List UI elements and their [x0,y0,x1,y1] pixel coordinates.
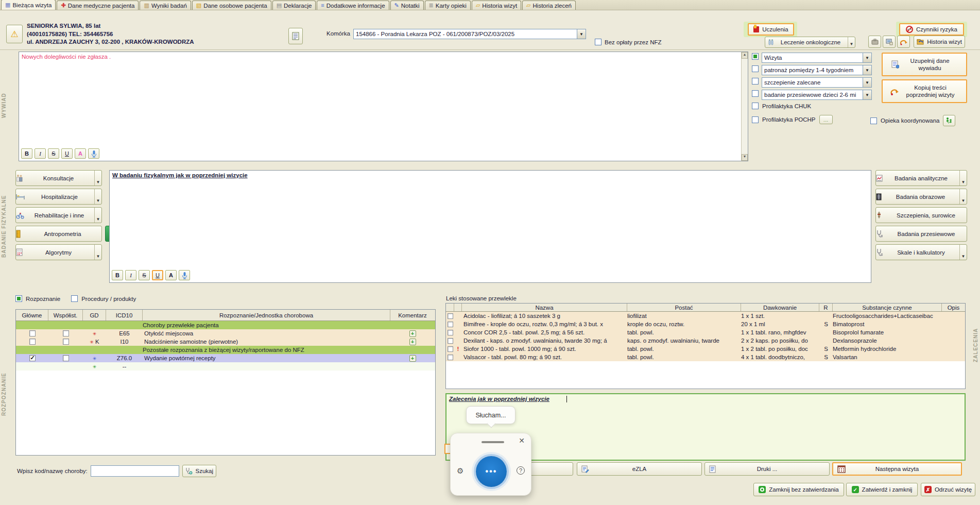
bold-button[interactable]: B [21,148,32,159]
strikethrough-button[interactable]: S [48,148,59,159]
tab-biezaca-wizyta[interactable]: ▦Bieżąca wizyta [1,0,56,10]
add-comment-icon[interactable]: + [409,355,416,362]
profilaktyka-chuk-row[interactable]: Profilaktyka CHUK [752,103,811,109]
font-color-button[interactable]: A [75,148,86,159]
komorka-select[interactable]: 154866 - Poradnia Lekarza POZ - 061/2008… [353,29,586,39]
drug-checkbox[interactable] [448,355,453,360]
drug-row-acidolac[interactable]: Acidolac - liofilizat; á 10 saszetek 3 g… [446,312,965,320]
leczenie-onkologiczne-button[interactable]: Leczenie onkologiczne ▼ [765,37,855,48]
badania-przesiewowe-button[interactable]: Badania przesiewowe [875,226,967,242]
profilaktyka-pochp-row[interactable]: Profilaktyka POCHP ... [752,115,833,124]
procedury-mode-checkbox[interactable] [71,295,78,302]
drug-checkbox[interactable] [448,313,453,319]
column-postac[interactable]: Postać [627,304,741,311]
glowne-checkbox[interactable] [29,339,36,345]
visit-kind-checkbox-0[interactable] [752,53,759,60]
wspolist-checkbox[interactable] [63,339,69,345]
font-color-button[interactable]: A [165,270,177,280]
tab-dodatkowe-informacje[interactable]: ≡Dodatkowe informacje [317,1,389,10]
uczulenia-button[interactable]: Uczulenia [748,23,794,36]
glowne-checkbox[interactable] [29,330,36,336]
drug-row-valsacor[interactable]: Valsacor - tabl. powl. 80 mg; á 90 szt. … [446,353,965,361]
zatwierdz-zamknij-button[interactable]: ✓ Zatwierdź i zamknij [846,483,918,496]
visit-kind-checkbox-2[interactable] [752,78,759,85]
archive-button[interactable] [868,36,881,48]
profilaktyka-pochp-checkbox[interactable] [752,116,759,123]
diagnosis-row-e65[interactable]: ✳ E65 Otyłość miejscowa + [16,329,435,338]
chevron-down-icon[interactable]: ▼ [94,171,101,186]
visit-kind-checkbox-1[interactable] [752,65,759,72]
profilaktyka-chuk-checkbox[interactable] [752,103,759,109]
italic-button[interactable]: I [125,270,136,280]
gear-icon[interactable]: ⚙ [457,466,463,476]
wywiad-textarea[interactable]: Nowych dolegliwości nie zgłasza . ▲ ▼ B … [19,52,748,161]
visit-kind-select-3[interactable]: badanie przesiewowe dzieci 2-6 mi▼ [762,90,872,100]
antropometria-button[interactable]: Antropometria [15,226,102,242]
column-rozpoznanie[interactable]: Rozpoznanie/Jednostka chorobowa [143,310,390,321]
ezla-button[interactable]: eZLA [577,462,702,476]
opieka-koordynowana-button[interactable] [943,115,955,126]
badanie-textarea[interactable]: W badaniu fizykalnym jak w poprzedniej w… [109,170,871,283]
badania-analityczne-button[interactable]: Badania analityczne ▼ [875,170,967,186]
drag-handle[interactable] [482,441,504,443]
hospitalizacje-button[interactable]: Hospitalizacje ▼ [15,189,102,205]
scroll-up-arrow[interactable]: ▲ [742,52,748,59]
chevron-down-icon[interactable]: ▼ [94,189,101,204]
column-dawkowanie[interactable]: Dawkowanie [741,304,819,311]
zamknij-bez-zatwierdzania-button[interactable]: Zamknij bez zatwierdzania [753,483,844,496]
column-icd10[interactable]: ICD10 [106,310,143,321]
konsultacje-button[interactable]: Konsultacje ▼ [15,170,102,186]
scroll-down-arrow[interactable]: ▼ [742,154,748,161]
italic-button[interactable]: I [35,148,46,159]
tab-dane-osobowe[interactable]: ▧Dane osobowe pacjenta [192,1,271,10]
column-wspolist[interactable]: Współist. [48,310,83,321]
microphone-button[interactable] [88,148,99,159]
druki-button[interactable]: Druki ... [704,462,830,476]
badania-obrazowe-button[interactable]: Badania obrazowe ▼ [875,189,967,205]
column-komentarz[interactable]: Komentarz [390,310,435,321]
help-icon[interactable]: ? [517,466,525,475]
disease-search-input[interactable] [91,465,179,477]
drug-row-concor[interactable]: Concor COR 2,5 - tabl. powl. 2,5 mg; á 5… [446,328,965,336]
czynniki-ryzyka-button[interactable]: Czynniki ryzyka [899,23,964,36]
rehabilitacje-button[interactable]: Rehabilitacje i inne ▼ [15,207,102,223]
visit-description-button[interactable] [288,28,303,44]
close-icon[interactable]: ✕ [519,436,525,445]
glowne-checkbox[interactable] [29,355,36,361]
device-button[interactable] [883,36,896,48]
drug-row-dexilant[interactable]: Dexilant - kaps. o zmodyf. uwalnianiu, t… [446,336,965,345]
tab-wyniki-badan[interactable]: ▥Wyniki badań [140,1,191,10]
drug-checkbox[interactable] [448,346,453,352]
refresh-button[interactable] [897,36,910,48]
microphone-button[interactable] [179,270,190,280]
tab-notatki[interactable]: ✎Notatki [390,1,424,10]
bez-oplaty-checkbox-row[interactable]: Bez opłaty przez NFZ [595,39,662,45]
visit-kind-select-1[interactable]: patronaż pomiędzy 1-4 tygodniem▼ [762,65,872,75]
skale-kalkulatory-button[interactable]: Skale i kalkulatory ▼ [875,244,967,260]
strikethrough-button[interactable]: S [139,270,150,280]
algorytmy-button[interactable]: Algorytmy ▼ [15,244,102,260]
tab-deklaracje[interactable]: ▤Deklaracje [272,1,316,10]
diagnosis-row-z76[interactable]: ✳ Z76.0 Wydanie powtórnej recepty + [16,354,435,362]
drug-row-bimifree[interactable]: Bimifree - krople do oczu, roztw. 0,3 mg… [446,320,965,328]
chevron-down-icon[interactable]: ▼ [94,208,101,223]
wspolist-checkbox[interactable] [63,355,69,361]
drug-row-siofor[interactable]: ! Siofor 1000 - tabl. powl. 1000 mg; á 9… [446,345,965,353]
wywiad-scrollbar[interactable]: ▲ ▼ [741,52,748,161]
visit-kind-select-2[interactable]: szczepienie zalecane▼ [762,77,872,88]
column-opis[interactable]: Opis [942,304,965,311]
opieka-koordynowana-row[interactable]: Opieka koordynowana [870,115,955,126]
wspolist-checkbox[interactable] [63,330,69,336]
underline-button[interactable]: U [61,148,73,159]
tab-karty-opieki[interactable]: ≣Karty opieki [425,1,471,10]
patient-warning-button[interactable]: ⚠ [6,25,23,43]
drug-checkbox[interactable] [448,338,453,344]
column-substancje[interactable]: Substancje czynne [833,304,942,311]
uzupelnij-dane-wywiadu-button[interactable]: Uzupełnij dane wywiadu [882,53,967,76]
chevron-down-icon[interactable]: ▼ [959,189,967,204]
add-comment-icon[interactable]: + [409,330,416,337]
chevron-down-icon[interactable]: ▼ [848,37,855,47]
chevron-down-icon[interactable]: ▼ [959,171,967,186]
column-r[interactable]: R [819,304,833,311]
assistant-listen-button[interactable]: ••• [476,456,507,487]
